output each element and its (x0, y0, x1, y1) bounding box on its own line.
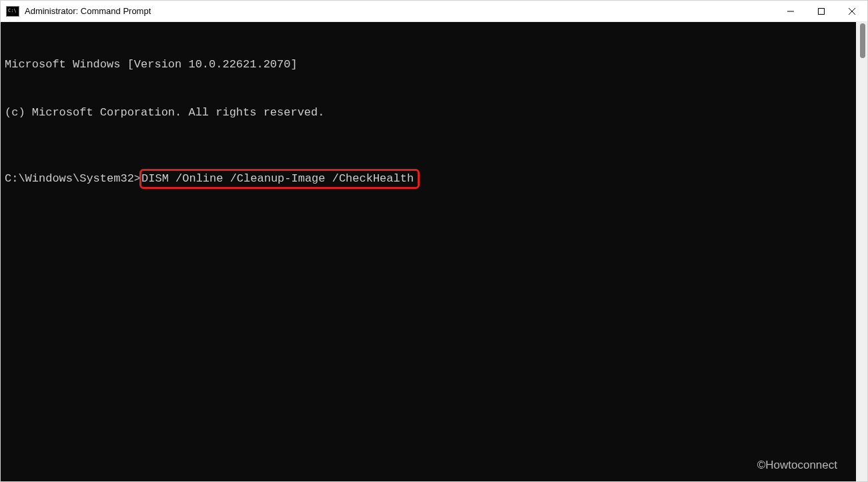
scrollbar-thumb[interactable] (860, 23, 865, 58)
titlebar[interactable]: C:\ Administrator: Command Prompt (1, 1, 867, 22)
prompt-text: C:\Windows\System32> (5, 171, 141, 187)
terminal-wrapper: Microsoft Windows [Version 10.0.22621.20… (1, 22, 867, 481)
command-text: DISM /Online /Cleanup-Image /CheckHealth (141, 172, 414, 185)
close-button[interactable] (837, 1, 867, 21)
minimize-button[interactable] (775, 1, 806, 21)
window-controls (775, 1, 867, 21)
cmd-icon: C:\ (6, 6, 19, 17)
terminal-output-line: (c) Microsoft Corporation. All rights re… (5, 105, 852, 121)
svg-rect-1 (819, 8, 825, 14)
terminal[interactable]: Microsoft Windows [Version 10.0.22621.20… (1, 22, 856, 481)
window-title: Administrator: Command Prompt (25, 6, 775, 16)
maximize-button[interactable] (806, 1, 837, 21)
watermark: ©Howtoconnect (757, 457, 837, 473)
cmd-window: C:\ Administrator: Command Prompt Micros… (0, 0, 868, 482)
command-highlight: DISM /Online /Cleanup-Image /CheckHealth (139, 169, 420, 189)
scrollbar-track[interactable] (856, 22, 867, 481)
terminal-output-line: Microsoft Windows [Version 10.0.22621.20… (5, 57, 852, 73)
prompt-line: C:\Windows\System32>DISM /Online /Cleanu… (5, 169, 852, 189)
cmd-icon-text: C:\ (8, 9, 17, 13)
